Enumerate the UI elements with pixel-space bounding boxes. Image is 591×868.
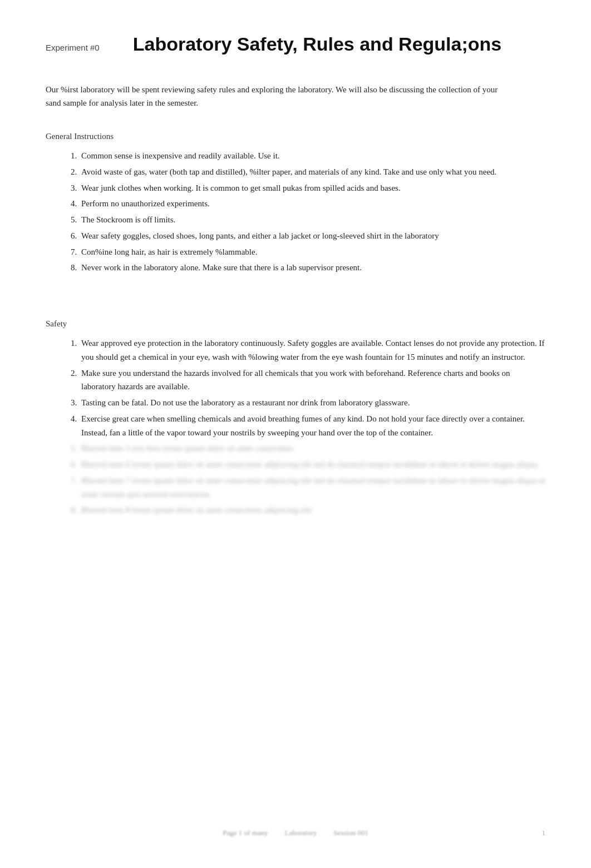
general-instructions-section: General Instructions Common sense is ine… (46, 132, 545, 275)
list-item-blurred: Blurred item 6 lorem ipsum dolor sit ame… (79, 458, 545, 472)
list-item: The Stockroom is off limits. (79, 213, 545, 227)
list-item-blurred: Blurred item 7 lorem ipsum dolor sit ame… (79, 474, 545, 502)
list-item: Wear junk clothes when working. It is co… (79, 181, 545, 195)
list-item: Avoid waste of gas, water (both tap and … (79, 165, 545, 179)
footer-item-1: Page 1 of many (223, 829, 268, 837)
list-item: Tasting can be fatal. Do not use the lab… (79, 396, 545, 410)
general-instructions-list: Common sense is inexpensive and readily … (46, 149, 545, 275)
safety-heading: Safety (46, 319, 545, 329)
page-header: Experiment #0 Laboratory Safety, Rules a… (46, 33, 545, 55)
intro-paragraph: Our %irst laboratory will be spent revie… (46, 83, 502, 110)
footer-item-3: Session 001 (333, 829, 368, 837)
list-item: Exercise great care when smelling chemic… (79, 412, 545, 440)
experiment-label: Experiment #0 (46, 43, 100, 52)
list-item-blurred: Blurred item 5 text here lorem ipsum dol… (79, 442, 545, 455)
list-item: Make sure you understand the hazards inv… (79, 366, 545, 394)
list-item: Perform no unauthorized experiments. (79, 197, 545, 211)
page-title: Laboratory Safety, Rules and Regula;ons (133, 33, 502, 55)
footer: Page 1 of many Laboratory Session 001 (0, 829, 591, 837)
general-instructions-heading: General Instructions (46, 132, 545, 141)
list-item: Common sense is inexpensive and readily … (79, 149, 545, 163)
list-item: Never work in the laboratory alone. Make… (79, 261, 545, 275)
list-item: Con%ine long hair, as hair is extremely … (79, 245, 545, 259)
safety-section: Safety Wear approved eye protection in t… (46, 319, 545, 517)
list-item-blurred: Blurred item 8 lorem ipsum dolor sit ame… (79, 503, 545, 517)
page: Experiment #0 Laboratory Safety, Rules a… (0, 0, 591, 868)
footer-page-number: 1 (542, 829, 546, 837)
section-gap (46, 280, 545, 314)
list-item: Wear approved eye protection in the labo… (79, 336, 545, 364)
safety-list: Wear approved eye protection in the labo… (46, 336, 545, 517)
footer-item-2: Laboratory (284, 829, 317, 837)
list-item: Wear safety goggles, closed shoes, long … (79, 229, 545, 243)
